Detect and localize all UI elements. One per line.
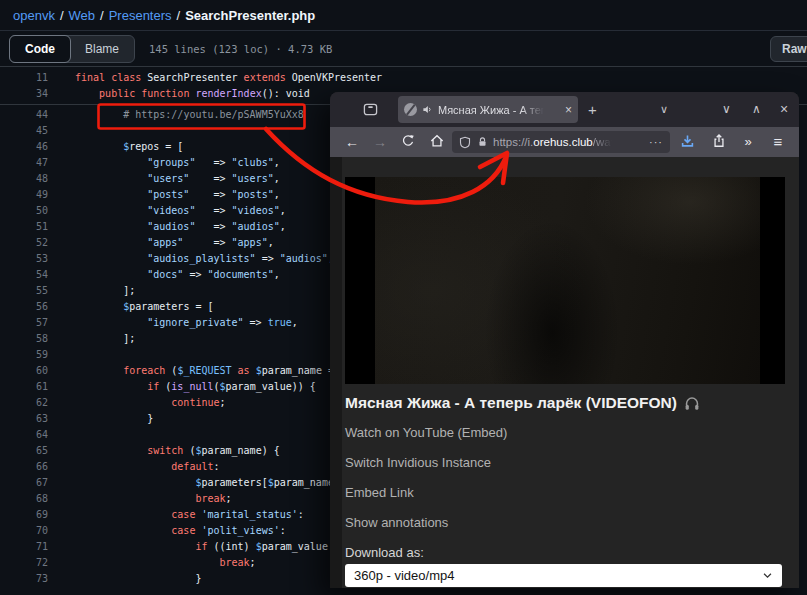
line-number[interactable]: 69 bbox=[0, 507, 48, 523]
browser-tab[interactable]: Мясная Жижа - А теп × bbox=[398, 96, 578, 123]
code-text: "groups" => "clubs", bbox=[75, 155, 280, 171]
video-action-link[interactable]: Switch Invidious Instance bbox=[345, 455, 507, 470]
line-number[interactable]: 63 bbox=[0, 411, 48, 427]
code-text: "users" => "users", bbox=[75, 171, 280, 187]
line-number[interactable]: 44 bbox=[0, 107, 48, 123]
line-number[interactable]: 34 bbox=[0, 86, 48, 102]
menu-button[interactable]: ≡ bbox=[769, 127, 787, 157]
headphones-icon bbox=[684, 396, 700, 411]
line-number[interactable]: 11 bbox=[0, 70, 48, 86]
line-number[interactable]: 58 bbox=[0, 331, 48, 347]
new-tab-button[interactable]: + bbox=[588, 92, 597, 127]
line-number[interactable]: 64 bbox=[0, 427, 48, 443]
home-icon[interactable] bbox=[429, 127, 445, 157]
line-number[interactable]: 65 bbox=[0, 443, 48, 459]
download-format-select[interactable]: 360p - video/mp4 bbox=[345, 564, 782, 587]
code-text: $repos = [ bbox=[75, 139, 183, 155]
video-action-link[interactable]: Embed Link bbox=[345, 485, 507, 500]
download-as-label: Download as: bbox=[345, 545, 424, 560]
line-number[interactable]: 46 bbox=[0, 139, 48, 155]
share-icon[interactable] bbox=[710, 127, 728, 157]
code-text: foreach ($_REQUEST as $param_name => bbox=[75, 363, 340, 379]
maximize-button[interactable]: ∧ bbox=[752, 92, 761, 127]
tracking-shield-icon[interactable] bbox=[459, 136, 471, 149]
browser-window: Мясная Жижа - А теп × + ∨ ∨ ∧ × ← → bbox=[330, 92, 799, 588]
line-number[interactable]: 73 bbox=[0, 571, 48, 587]
code-tab[interactable]: Code bbox=[9, 35, 71, 63]
line-number[interactable]: 66 bbox=[0, 459, 48, 475]
tab-audio-playing-icon[interactable] bbox=[422, 101, 433, 119]
code-text: } bbox=[75, 571, 201, 587]
file-meta: 145 lines (123 loc) · 4.73 KB bbox=[149, 43, 332, 55]
reload-icon[interactable] bbox=[400, 127, 416, 157]
minimize-button[interactable]: ∨ bbox=[722, 92, 731, 127]
downloads-button[interactable] bbox=[678, 127, 696, 157]
code-text: "posts" => "posts", bbox=[75, 187, 280, 203]
line-number[interactable]: 62 bbox=[0, 395, 48, 411]
forward-button[interactable]: → bbox=[372, 127, 388, 157]
line-number[interactable]: 51 bbox=[0, 219, 48, 235]
breadcrumb-dir-presenters-link[interactable]: Presenters bbox=[109, 8, 172, 23]
line-number[interactable]: 49 bbox=[0, 187, 48, 203]
back-button[interactable]: ← bbox=[344, 127, 360, 157]
line-number[interactable]: 50 bbox=[0, 203, 48, 219]
line-number[interactable]: 48 bbox=[0, 171, 48, 187]
screenshot-root: openvk / Web / Presenters / SearchPresen… bbox=[0, 0, 807, 595]
breadcrumb-separator: / bbox=[60, 8, 64, 23]
line-number[interactable]: 60 bbox=[0, 363, 48, 379]
line-number[interactable]: 55 bbox=[0, 283, 48, 299]
url-domain: orehus.club bbox=[533, 136, 592, 148]
blame-tab[interactable]: Blame bbox=[70, 36, 134, 62]
video-action-link[interactable]: Watch on YouTube (Embed) bbox=[345, 425, 507, 440]
video-player[interactable] bbox=[345, 177, 785, 384]
code-text: case 'marital_status': bbox=[75, 507, 304, 523]
page-actions-button[interactable]: ··· bbox=[649, 136, 663, 148]
breadcrumb-dir-web-link[interactable]: Web bbox=[69, 8, 96, 23]
line-number[interactable]: 47 bbox=[0, 155, 48, 171]
line-number[interactable]: 68 bbox=[0, 491, 48, 507]
code-text: case 'polit_views': bbox=[75, 523, 286, 539]
code-text: # https://youtu.be/pSAWM5YuXx8 bbox=[75, 107, 304, 123]
line-number[interactable]: 52 bbox=[0, 235, 48, 251]
line-number[interactable]: 56 bbox=[0, 299, 48, 315]
code-text: ]; bbox=[75, 331, 135, 347]
list-tabs-button[interactable]: ∨ bbox=[660, 92, 668, 127]
line-number[interactable]: 71 bbox=[0, 539, 48, 555]
code-text: ]; bbox=[75, 283, 135, 299]
raw-button[interactable]: Raw bbox=[770, 36, 807, 62]
url-scheme: https://i. bbox=[493, 136, 533, 148]
line-number[interactable]: 57 bbox=[0, 315, 48, 331]
code-text: "audios" => "audios", bbox=[75, 219, 286, 235]
code-text: continue; bbox=[75, 395, 226, 411]
code-text: "videos" => "videos", bbox=[75, 203, 286, 219]
browser-titlebar[interactable]: Мясная Жижа - А теп × + ∨ ∨ ∧ × bbox=[330, 92, 799, 127]
breadcrumb-separator: / bbox=[177, 8, 181, 23]
lock-icon[interactable] bbox=[477, 136, 488, 148]
code-text: "apps" => "apps", bbox=[75, 235, 274, 251]
firefox-view-icon[interactable] bbox=[363, 102, 378, 117]
video-action-link[interactable]: Show annotations bbox=[345, 515, 507, 530]
code-text: switch ($param_name) { bbox=[75, 443, 280, 459]
window-close-button[interactable]: × bbox=[780, 92, 788, 127]
breadcrumb-repo-link[interactable]: openvk bbox=[13, 8, 55, 23]
file-toolbar: Code Blame 145 lines (123 loc) · 4.73 KB… bbox=[0, 32, 807, 67]
url-bar[interactable]: https://i. orehus.club /wat ··· bbox=[452, 131, 670, 153]
line-number[interactable]: 67 bbox=[0, 475, 48, 491]
code-text: public function renderIndex(): void bbox=[75, 86, 310, 102]
line-number[interactable]: 45 bbox=[0, 123, 48, 139]
tab-close-button[interactable]: × bbox=[565, 103, 572, 117]
line-number[interactable]: 54 bbox=[0, 267, 48, 283]
invidious-page: Мясная Жижа - А теперь ларёк (VIDEOFON) … bbox=[330, 157, 799, 588]
line-number[interactable]: 59 bbox=[0, 347, 48, 363]
overflow-button[interactable]: » bbox=[739, 127, 757, 157]
code-text: break; bbox=[75, 491, 232, 507]
line-number[interactable]: 70 bbox=[0, 523, 48, 539]
line-number[interactable]: 72 bbox=[0, 555, 48, 571]
breadcrumb-file: SearchPresenter.php bbox=[185, 8, 315, 23]
video-frame bbox=[375, 177, 760, 384]
line-number[interactable]: 53 bbox=[0, 251, 48, 267]
code-text: default: bbox=[75, 459, 220, 475]
line-number[interactable]: 61 bbox=[0, 379, 48, 395]
breadcrumb-separator: / bbox=[100, 8, 104, 23]
code-blame-toggle: Code Blame bbox=[9, 35, 135, 63]
